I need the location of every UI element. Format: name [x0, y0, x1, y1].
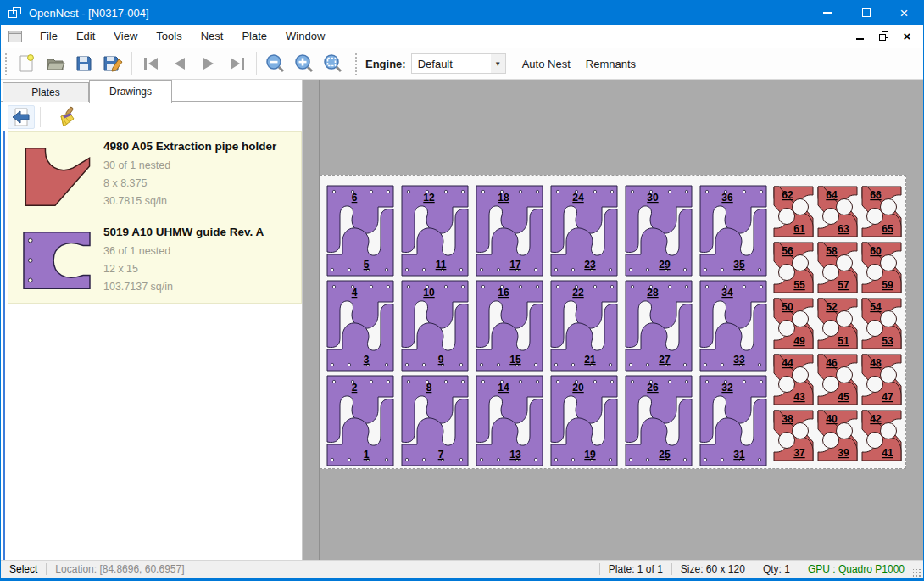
first-plate-button[interactable]	[136, 51, 165, 76]
open-button[interactable]	[41, 51, 70, 76]
toolbar-gripper[interactable]	[354, 53, 359, 75]
drill-hole	[422, 458, 425, 461]
menu-nest[interactable]: Nest	[192, 25, 233, 47]
drawing-item[interactable]: 5019 A10 UHMW guide Rev. A 36 of 1 neste…	[8, 218, 301, 303]
remnants-button[interactable]: Remnants	[578, 53, 643, 75]
nest-pair-purple: 21	[327, 376, 393, 466]
new-button[interactable]	[12, 51, 41, 76]
clean-button[interactable]	[53, 105, 80, 129]
tab-plates[interactable]: Plates	[3, 82, 89, 102]
nest-canvas[interactable]: 6543211211109871817161514132423222120193…	[303, 80, 923, 560]
zoom-out-button[interactable]	[261, 51, 290, 76]
send-to-drawings-button[interactable]	[8, 105, 35, 129]
part-number: 52	[826, 301, 838, 313]
part-number: 32	[721, 382, 733, 394]
mdi-minimize-icon	[856, 38, 864, 40]
engine-select[interactable]: Default ▼	[411, 53, 506, 74]
nest-pair-red: 6665	[862, 187, 901, 237]
zoom-fit-button[interactable]	[319, 51, 348, 76]
zoom-out-icon	[265, 53, 286, 74]
tab-drawings[interactable]: Drawings	[89, 80, 172, 103]
drill-hole	[646, 363, 648, 366]
drill-hole	[610, 190, 613, 193]
tab-strip: Plates Drawings	[1, 80, 302, 102]
part-number: 1	[364, 449, 370, 461]
drill-hole	[610, 285, 613, 288]
nest-pair-red: 5857	[818, 243, 857, 293]
close-button[interactable]: ×	[885, 0, 923, 25]
window-border	[1, 578, 923, 581]
minimize-button[interactable]	[809, 0, 847, 25]
drill-hole	[407, 380, 409, 383]
part-number: 44	[782, 357, 793, 369]
drill-hole	[554, 268, 557, 271]
menu-edit[interactable]: Edit	[67, 25, 104, 47]
part-number: 59	[882, 279, 893, 291]
part-number: 3	[364, 354, 370, 366]
save-as-button[interactable]	[98, 51, 127, 76]
drill-hole	[704, 458, 706, 461]
drill-hole	[631, 190, 633, 193]
drill-hole	[497, 458, 499, 461]
app-icon	[8, 7, 22, 19]
drill-hole	[519, 380, 521, 383]
part-number: 28	[647, 287, 659, 299]
drill-hole	[760, 190, 762, 193]
drill-hole	[685, 190, 687, 193]
drill-hole	[407, 190, 409, 193]
document-window-icon[interactable]	[8, 31, 22, 42]
drill-hole	[385, 268, 387, 271]
drawing-item[interactable]: 4980 A05 Extraction pipe holder 30 of 1 …	[8, 132, 301, 218]
mdi-restore-button[interactable]	[877, 31, 889, 42]
resize-grip[interactable]	[913, 569, 921, 578]
part-number: 60	[870, 245, 882, 257]
mdi-close-icon: ×	[904, 30, 911, 42]
menu-plate[interactable]: Plate	[232, 25, 276, 47]
nest-pair-purple: 1817	[476, 186, 543, 276]
drill-hole	[536, 380, 538, 383]
drill-hole	[331, 458, 333, 461]
part-number: 34	[721, 287, 733, 299]
plate[interactable]: 6543211211109871817161514132423222120193…	[320, 175, 906, 469]
drill-hole	[704, 363, 706, 366]
drill-hole	[405, 268, 408, 271]
part-number: 11	[436, 259, 447, 271]
previous-plate-button[interactable]	[165, 51, 194, 76]
mdi-minimize-button[interactable]	[854, 31, 866, 42]
part-number: 13	[509, 449, 521, 461]
status-qty: Qty: 1	[754, 563, 799, 575]
menu-tools[interactable]: Tools	[147, 25, 191, 47]
drill-hole	[571, 458, 574, 461]
menu-window[interactable]: Window	[276, 25, 334, 47]
drawing-area: 30.7815 sq/in	[103, 193, 276, 210]
nest-pair-purple: 2221	[551, 281, 617, 371]
part-number: 64	[826, 189, 838, 201]
menu-file[interactable]: File	[31, 25, 67, 47]
toolbar-gripper[interactable]	[4, 53, 8, 75]
drill-hole	[668, 285, 671, 288]
drill-hole	[721, 268, 723, 271]
new-file-icon	[17, 54, 36, 73]
next-plate-button[interactable]	[194, 51, 223, 76]
maximize-button[interactable]	[847, 0, 885, 25]
menu-view[interactable]: View	[104, 25, 147, 47]
part-number: 19	[584, 449, 596, 461]
drill-hole	[593, 285, 596, 288]
part-number: 26	[647, 382, 659, 394]
save-button[interactable]	[70, 51, 98, 76]
menu-bar: FileEditViewToolsNestPlateWindow ×	[1, 25, 923, 47]
zoom-in-button[interactable]	[290, 51, 319, 76]
drill-hole	[459, 458, 462, 461]
part-number: 54	[870, 301, 882, 313]
auto-nest-button[interactable]: Auto Nest	[515, 53, 578, 75]
drill-hole	[497, 363, 499, 366]
nest-pair-purple: 2625	[626, 376, 692, 466]
part-number: 61	[793, 223, 805, 235]
last-plate-button[interactable]	[223, 51, 252, 76]
drill-hole	[536, 190, 538, 193]
circular-cutout	[793, 311, 809, 327]
drill-hole	[685, 285, 687, 288]
drill-hole	[556, 380, 559, 383]
part-number: 16	[498, 287, 509, 299]
mdi-close-button[interactable]: ×	[901, 31, 913, 42]
